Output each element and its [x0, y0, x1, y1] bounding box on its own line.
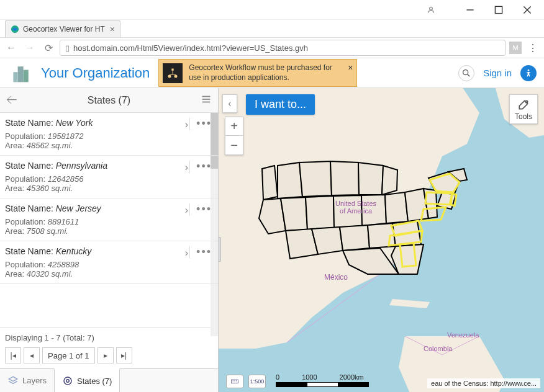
- map-label-mexico: México: [324, 273, 348, 282]
- svg-rect-6: [18, 66, 24, 82]
- svg-point-11: [175, 74, 178, 78]
- notification-banner: Geocortex Workflow must be purchased for…: [158, 59, 357, 87]
- scale-bar: [276, 382, 369, 387]
- svg-rect-9: [172, 68, 174, 70]
- svg-rect-2: [495, 6, 502, 13]
- chevron-right-icon[interactable]: ›: [185, 205, 188, 216]
- svg-point-10: [168, 74, 171, 78]
- collapse-sidebar-button[interactable]: ‹: [222, 94, 237, 113]
- notification-icon: [163, 63, 183, 83]
- sidebar-header: 🡠 States (7): [0, 88, 218, 113]
- app-header: Your Organization Geocortex Workflow mus…: [0, 58, 544, 88]
- sidebar-tabs: Layers States (7): [0, 368, 218, 392]
- sidebar-menu-button[interactable]: [201, 94, 212, 107]
- i-want-to-button[interactable]: I want to...: [246, 94, 315, 115]
- nav-back-button[interactable]: ←: [4, 40, 19, 55]
- page-label: Page 1 of 1: [42, 347, 95, 363]
- result-item[interactable]: State Name: Kentucky Population: 4258898…: [0, 241, 218, 284]
- new-tab-button[interactable]: [123, 25, 135, 37]
- zoom-control: + −: [225, 117, 243, 155]
- browser-tab-bar: Geocortex Viewer for HT ×: [0, 20, 544, 37]
- browser-tab[interactable]: Geocortex Viewer for HT ×: [5, 20, 120, 37]
- chevron-right-icon[interactable]: ›: [185, 247, 188, 259]
- page-last-button[interactable]: ▸|: [116, 347, 132, 363]
- sign-in-link[interactable]: Sign in: [483, 68, 512, 78]
- svg-rect-7: [13, 72, 17, 82]
- svg-point-20: [64, 377, 71, 385]
- browser-url-bar: ← → ⟳ ▯ host.domain.com/Html5Viewer/inde…: [0, 37, 544, 58]
- url-text: host.domain.com/Html5Viewer/index.html?v…: [73, 43, 308, 53]
- result-actions-button[interactable]: •••: [189, 118, 212, 130]
- map-label-usa: United Statesof America: [335, 200, 376, 215]
- svg-point-14: [463, 69, 468, 74]
- map-attribution: eau of the Census: http://www.ce...: [427, 378, 540, 388]
- tools-button[interactable]: Tools: [509, 94, 538, 124]
- tab-states[interactable]: States (7): [54, 368, 120, 392]
- scale-tool-button[interactable]: 1:500: [248, 375, 266, 388]
- minimize-button[interactable]: [456, 1, 484, 19]
- result-actions-button[interactable]: •••: [189, 203, 212, 216]
- tools-label: Tools: [515, 112, 532, 121]
- svg-line-15: [468, 74, 469, 76]
- url-field[interactable]: ▯ host.domain.com/Html5Viewer/index.html…: [60, 40, 505, 56]
- main-area: 🡠 States (7) State Name: New York Popula…: [0, 88, 544, 392]
- result-item[interactable]: State Name: New Jersey Population: 88916…: [0, 198, 218, 241]
- result-actions-button[interactable]: •••: [189, 161, 212, 173]
- tab-title: Geocortex Viewer for HT: [23, 25, 105, 33]
- pager-status: Displaying 1 - 7 (Total: 7): [0, 327, 218, 345]
- result-item[interactable]: State Name: Pennsylvania Population: 126…: [0, 156, 218, 198]
- tab-favicon-icon: [11, 25, 19, 33]
- window-titlebar: [0, 0, 544, 20]
- zoom-in-button[interactable]: +: [225, 117, 243, 136]
- zoom-out-button[interactable]: −: [225, 136, 243, 154]
- sidebar-back-button[interactable]: 🡠: [6, 94, 17, 107]
- page-first-button[interactable]: |◂: [5, 347, 21, 363]
- browser-extension-icon[interactable]: M: [509, 42, 522, 54]
- map-label-colombia: Colombia: [424, 345, 452, 352]
- pager: |◂ ◂ Page 1 of 1 ▸ ▸|: [0, 345, 218, 368]
- chevron-right-icon[interactable]: ›: [185, 119, 188, 130]
- svg-point-16: [528, 69, 530, 71]
- scale-labels: 010002000km: [276, 373, 364, 381]
- chevron-right-icon[interactable]: ›: [185, 162, 188, 173]
- svg-point-21: [66, 380, 70, 383]
- map-pane[interactable]: México United Statesof America Venezuela…: [219, 88, 544, 392]
- tab-close-icon[interactable]: ×: [110, 24, 115, 34]
- results-list: State Name: New York Population: 1958187…: [0, 113, 218, 327]
- nav-reload-button[interactable]: ⟳: [41, 40, 56, 55]
- chrome-user-icon[interactable]: [422, 1, 440, 19]
- results-sidebar: 🡠 States (7) State Name: New York Popula…: [0, 88, 219, 392]
- search-button[interactable]: [458, 65, 474, 81]
- sidebar-title: States (7): [17, 95, 201, 106]
- result-actions-button[interactable]: •••: [189, 246, 212, 259]
- tab-layers[interactable]: Layers: [0, 369, 54, 393]
- splitter-handle[interactable]: [219, 237, 221, 262]
- measure-tool-button[interactable]: [226, 375, 243, 388]
- svg-rect-8: [24, 69, 29, 82]
- org-title: Your Organization: [41, 65, 150, 81]
- notification-close-icon[interactable]: ×: [348, 62, 353, 73]
- result-item[interactable]: State Name: New York Population: 1958187…: [0, 113, 218, 156]
- accessibility-button[interactable]: [520, 65, 537, 81]
- page-prev-button[interactable]: ◂: [24, 347, 40, 363]
- notification-text: Geocortex Workflow must be purchased for…: [189, 63, 332, 82]
- nav-forward-button[interactable]: →: [22, 40, 37, 55]
- close-window-button[interactable]: [513, 1, 542, 19]
- map-canvas[interactable]: [219, 88, 544, 392]
- org-logo-icon: [10, 62, 32, 84]
- browser-menu-button[interactable]: ⋮: [525, 40, 540, 55]
- page-info-icon[interactable]: ▯: [65, 43, 70, 53]
- page-next-button[interactable]: ▸: [97, 347, 114, 363]
- map-label-venezuela: Venezuela: [447, 331, 479, 339]
- maximize-button[interactable]: [484, 1, 513, 19]
- svg-point-23: [525, 100, 527, 102]
- svg-point-0: [430, 7, 433, 10]
